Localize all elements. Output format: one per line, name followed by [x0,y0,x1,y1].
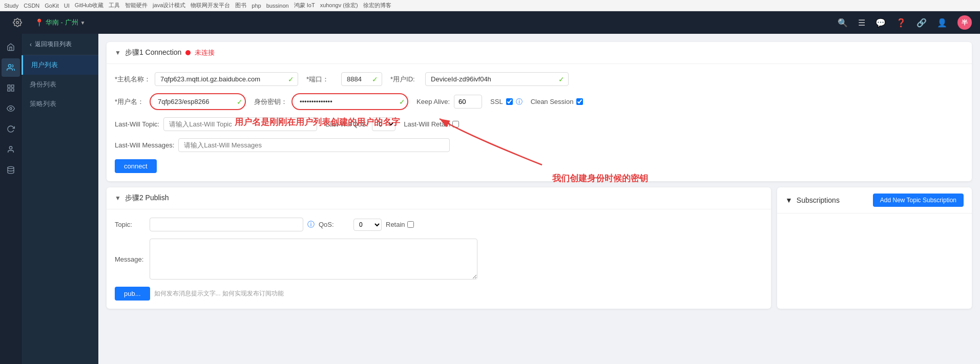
bookmark-item[interactable]: 图书 [235,2,246,9]
ssl-checkbox[interactable] [506,98,513,105]
publish-hint: 如何发布消息提示文字... 如何实现发布订阅功能 [154,289,284,298]
hostname-label: *主机名称： [115,75,151,84]
svg-point-6 [10,108,12,110]
keepalive-group: Keep Alive: [416,95,482,109]
lastwill-qos-label: Last-Will QoS: [325,120,368,128]
bookmark-item[interactable]: php [252,3,261,9]
port-input-wrapper: ✓ [341,72,382,86]
user-icon[interactable]: 👤 [937,18,947,28]
bookmark-item[interactable]: java设计模式 [153,2,185,9]
connection-panel-body: *主机名称： ✓ *端口： ✓ *用户ID: [107,64,972,181]
lastwill-retain-label: Last-Will Retain [404,120,450,128]
connection-status-dot [185,50,191,55]
chat-icon[interactable]: 💬 [875,18,886,28]
connection-row-2: *用户名： ✓ 身份密钥： ✓ Keep A [115,93,964,110]
bookmark-item[interactable]: UI [64,3,70,9]
bookmark-item[interactable]: GitHub收藏 [75,2,103,9]
lastwill-retain-group: Last-Will Retain [404,120,459,128]
password-input[interactable] [295,95,397,108]
back-label: 返回项目列表 [35,40,72,49]
username-group: *用户名： ✓ [115,93,246,110]
lastwill-retain-checkbox[interactable] [452,121,459,127]
userid-input-wrapper: ✓ [425,72,569,86]
svg-point-7 [9,146,12,149]
bookmark-item[interactable]: 物联网开发平台 [191,2,230,9]
sidebar-icon-database[interactable] [2,161,20,179]
search-icon[interactable]: 🔍 [838,18,848,28]
connect-button-row: connect [115,159,964,173]
lastwill-messages-label: Last-Will Messages: [115,141,174,149]
lastwill-messages-input[interactable] [178,138,450,152]
sidebar-icon-person[interactable] [2,140,20,159]
settings-icon[interactable] [8,13,27,32]
list-icon[interactable]: ☰ [858,18,865,28]
svg-rect-4 [11,89,14,91]
ssl-info-icon[interactable]: ⓘ [516,97,523,106]
nav-item-policy[interactable]: 策略列表 [22,94,98,114]
back-to-projects[interactable]: ‹ 返回项目列表 [22,34,98,55]
help-icon[interactable]: ❓ [896,18,906,28]
message-textarea[interactable] [150,239,477,280]
subscriptions-panel-header: ▼ Subscriptions Add New Topic Subscripti… [777,187,972,213]
add-topic-button[interactable]: Add New Topic Subscription [873,194,964,207]
nav-item-users[interactable]: 用户列表 [22,55,98,75]
bookmark-item[interactable]: 智能硬件 [125,2,148,9]
bookmark-item[interactable]: 徐宏的博客 [363,2,391,9]
subscriptions-panel: ▼ Subscriptions Add New Topic Subscripti… [777,187,972,309]
sidebar-icon-refresh[interactable] [2,120,20,138]
lastwill-topic-input[interactable] [163,117,317,131]
bookmark-item[interactable]: CSDN [24,3,39,9]
sidebar-icon-grid[interactable] [2,79,20,97]
sidebar-icon-eye[interactable] [2,99,20,118]
clean-session-checkbox[interactable] [576,98,583,105]
userid-label: *用户ID: [390,75,421,84]
bookmark-item[interactable]: xuhongv (徐宏) [320,2,358,9]
bookmark-item[interactable]: 鸿蒙 IoT [294,2,315,9]
bookmark-item[interactable]: 工具 [109,2,120,9]
username-check-icon: ✓ [237,98,243,106]
keepalive-input[interactable] [454,95,482,109]
subscriptions-panel-body [777,213,972,254]
svg-point-0 [16,22,19,24]
main-content: ▼ 步骤1 Connection 未连接 *主机名称： ✓ [98,34,980,364]
connection-status-label: 未连接 [195,48,215,57]
qos-select[interactable]: 0 1 2 [353,219,382,231]
publish-panel: ▼ 步骤2 Publish Topic: ⓘ QoS: 0 1 2 [107,187,771,309]
topic-input[interactable] [150,218,303,231]
connection-row-1: *主机名称： ✓ *端口： ✓ *用户ID: [115,72,964,86]
publish-button-row: pub... 如何发布消息提示文字... 如何实现发布订阅功能 [115,287,763,301]
hostname-group: *主机名称： ✓ [115,72,298,86]
avatar[interactable]: 半 [957,15,972,30]
main-header: 📍 华南 - 广州 ▼ 🔍 ☰ 💬 ❓ 🔗 👤 半 [0,11,980,34]
bookmark-item[interactable]: Study [4,3,18,9]
network-icon[interactable]: 🔗 [916,18,927,28]
password-group: 身份密钥： ✓ [254,93,408,110]
lastwill-qos-select[interactable]: 0 1 2 [372,117,395,131]
sidebar-icon-home[interactable] [2,38,20,56]
connection-panel-header: ▼ 步骤1 Connection 未连接 [107,42,972,64]
nav-item-identity[interactable]: 身份列表 [22,75,98,94]
region-selector[interactable]: 📍 华南 - 广州 ▼ [35,18,85,27]
lastwill-message-row: Last-Will Messages: [115,138,964,152]
userid-input[interactable] [425,72,569,86]
bottom-panels: ▼ 步骤2 Publish Topic: ⓘ QoS: 0 1 2 [107,187,972,315]
bookmark-item[interactable]: bussinon [266,3,289,9]
username-input[interactable] [153,95,235,108]
chevron-down-icon: ▼ [115,49,121,56]
retain-group: Retain [386,221,414,228]
username-label: *用户名： [115,97,145,106]
connection-panel-title: 步骤1 Connection [125,48,182,57]
topic-info-icon[interactable]: ⓘ [307,220,315,229]
lastwill-qos-group: Last-Will QoS: 0 1 2 [325,117,395,131]
lastwill-topic-label: Last-Will Topic: [115,120,159,128]
sidebar-icon-users[interactable] [2,58,20,77]
hostname-input[interactable] [155,72,298,86]
publish-button[interactable]: pub... [115,287,150,301]
clean-session-group: Clean Session [531,98,583,105]
connect-button[interactable]: connect [115,159,157,173]
hostname-check-icon: ✓ [288,75,294,83]
retain-checkbox[interactable] [407,221,414,228]
bookmark-item[interactable]: GoKit [45,3,59,9]
ssl-group: SSL ⓘ [490,97,523,106]
svg-point-8 [8,166,14,168]
